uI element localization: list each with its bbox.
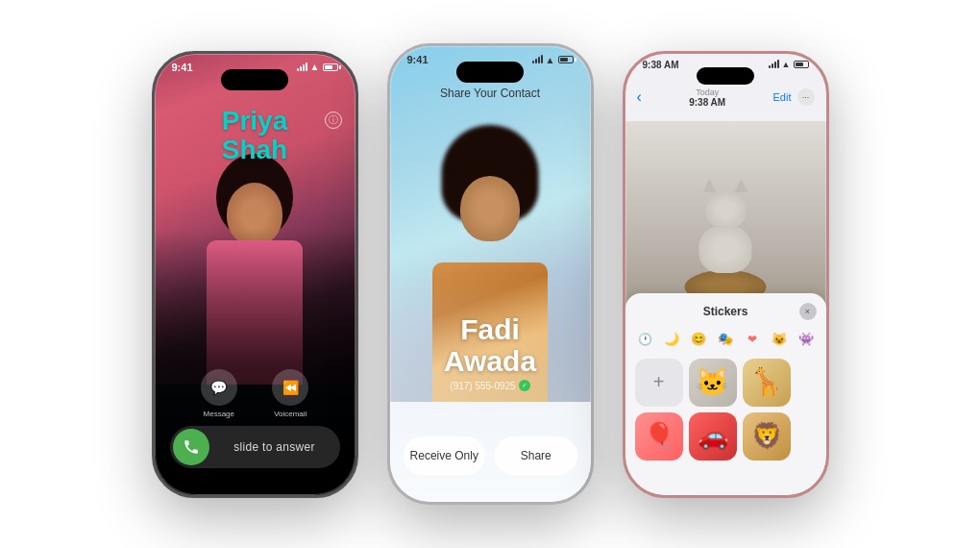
time-3: 9:38 AM: [643, 60, 679, 70]
today-label: Today: [689, 87, 725, 97]
signal-bar-1: [297, 68, 299, 71]
battery-icon-3: [794, 61, 809, 68]
battery-fill-2: [560, 58, 568, 62]
battery-icon-2: [558, 56, 574, 63]
heart-stickers-tab[interactable]: ❤: [742, 328, 763, 351]
voicemail-icon: ⏪: [282, 380, 299, 395]
voicemail-action[interactable]: ⏪ Voicemail: [272, 369, 308, 418]
sticker-panel: Stickers × 🕐 🌙 😊 🎭 ❤ 😺 👾 + 🐱 🦒: [625, 293, 826, 495]
message-label: Message: [204, 410, 234, 418]
messages-header: ‹ Today 9:38 AM Edit ···: [625, 87, 826, 108]
phone-2-screen: 9:41 ▲ Share Your Contact Fadi Awada: [390, 46, 591, 502]
cat-sticker[interactable]: 🐱: [689, 359, 737, 407]
signal-bars-2: [532, 56, 543, 63]
more-options-button[interactable]: ···: [797, 88, 815, 106]
contact-phone-number: (917) 555-0925 ✓: [390, 380, 591, 391]
smile-stickers-tab[interactable]: 😊: [688, 328, 709, 351]
slide-to-answer[interactable]: slide to answer: [170, 426, 340, 468]
signal-bars-1: [297, 63, 307, 71]
contact-name-display: Fadi Awada (917) 555-0925 ✓: [390, 313, 591, 391]
verified-badge: ✓: [519, 380, 530, 391]
contact-first-name: Fadi: [390, 313, 591, 345]
message-action[interactable]: 💬 Message: [201, 369, 237, 418]
sticker-panel-title: Stickers: [652, 305, 799, 318]
status-icons-1: ▲: [297, 62, 338, 72]
receive-only-button[interactable]: Receive Only: [404, 436, 486, 475]
status-icons-3: ▲: [769, 60, 809, 69]
back-chevron-icon: ‹: [637, 88, 642, 106]
sticker-row-2: 🎈 🚗 🦁: [635, 412, 817, 461]
wifi-icon: ▲: [310, 62, 320, 72]
caller-info-icon[interactable]: ⓘ: [325, 112, 342, 129]
signal-bars-3: [769, 61, 779, 68]
memoji-stickers-tab[interactable]: 🎭: [715, 328, 736, 351]
status-icons-2: ▲: [532, 55, 574, 65]
voicemail-label: Voicemail: [274, 410, 306, 418]
phone-icon: [183, 438, 200, 456]
share-action-buttons: Receive Only Share: [404, 436, 577, 475]
add-sticker-button[interactable]: +: [635, 359, 683, 407]
answer-button[interactable]: [173, 429, 209, 465]
share-button[interactable]: Share: [495, 436, 577, 475]
edit-button[interactable]: Edit: [773, 91, 792, 103]
alien-stickers-tab[interactable]: 👾: [796, 328, 817, 351]
balloon-sticker[interactable]: 🎈: [635, 412, 683, 461]
recent-stickers-tab[interactable]: 🕐: [635, 328, 656, 351]
sticker-categories: 🕐 🌙 😊 🎭 ❤ 😺 👾: [635, 328, 817, 351]
car-sticker[interactable]: 🚗: [689, 412, 737, 461]
sticker-panel-header: Stickers ×: [635, 303, 817, 320]
cat-photo: [625, 121, 826, 313]
wifi-icon-2: ▲: [546, 55, 555, 65]
caller-last-name: Shah: [155, 136, 355, 165]
time-1: 9:41: [172, 62, 193, 73]
lion-sticker[interactable]: 🦁: [743, 412, 791, 461]
messages-actions: Edit ···: [773, 88, 815, 106]
dynamic-island-1: [221, 69, 288, 90]
phone-1-screen: 9:41 ▲ Priya Shah ⓘ: [155, 54, 355, 495]
message-icon: 💬: [210, 380, 227, 395]
sticker-panel-close-button[interactable]: ×: [799, 303, 817, 320]
contact-last-name: Awada: [390, 345, 591, 377]
time-2: 9:41: [407, 54, 429, 65]
back-button[interactable]: ‹: [637, 88, 642, 106]
signal-bar-2: [300, 66, 302, 71]
face-stickers-tab[interactable]: 😺: [769, 328, 790, 351]
messages-title: Today 9:38 AM: [689, 87, 725, 108]
phone-3-screen: 9:38 AM ▲ ‹ Today 9: [625, 54, 826, 495]
battery-fill-1: [325, 65, 332, 69]
battery-fill-3: [796, 62, 803, 66]
moon-stickers-tab[interactable]: 🌙: [661, 328, 682, 351]
slide-text: slide to answer: [209, 440, 340, 454]
dynamic-island-2: [456, 62, 524, 83]
status-bar-3: 9:38 AM ▲: [625, 60, 826, 70]
signal-bar-4: [306, 62, 307, 71]
battery-icon-1: [323, 63, 338, 71]
phone-1-incoming-call: 9:41 ▲ Priya Shah ⓘ: [152, 51, 358, 498]
call-action-buttons: 💬 Message ⏪ Voicemail: [155, 369, 355, 418]
phone-3-messages: 9:38 AM ▲ ‹ Today 9: [623, 51, 829, 498]
messages-time: 9:38 AM: [689, 97, 725, 108]
share-contact-title: Share Your Contact: [390, 87, 591, 100]
status-bar-1: 9:41 ▲: [155, 62, 355, 73]
dynamic-island-3: [697, 67, 754, 85]
status-bar-2: 9:41 ▲: [390, 54, 591, 65]
sticker-row-1: + 🐱 🦒: [635, 359, 817, 407]
phone-2-share-contact: 9:41 ▲ Share Your Contact Fadi Awada: [387, 43, 594, 505]
signal-bar-3: [303, 64, 305, 71]
wifi-icon-3: ▲: [782, 60, 791, 69]
message-icon-circle: 💬: [201, 369, 237, 406]
giraffe-sticker[interactable]: 🦒: [743, 359, 791, 407]
voicemail-icon-circle: ⏪: [272, 369, 308, 406]
close-icon: ×: [805, 307, 810, 316]
